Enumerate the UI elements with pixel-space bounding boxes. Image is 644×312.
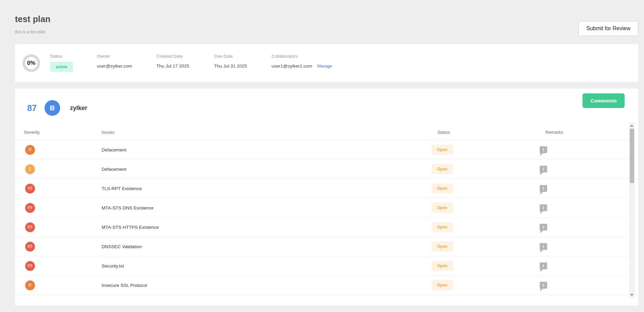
remarks-cell: ! — [540, 204, 618, 211]
remarks-cell: ! — [540, 262, 618, 269]
status-open-badge[interactable]: Open — [432, 280, 453, 290]
progress-value: 0% — [27, 60, 36, 67]
status-open-badge[interactable]: Open — [432, 145, 453, 155]
status-badge: active — [50, 62, 73, 72]
remark-bubble-icon[interactable]: ! — [540, 243, 547, 250]
issues-table-header: Severity Issues Status Remarks — [15, 125, 638, 140]
status-open-badge[interactable]: Open — [432, 241, 453, 252]
issue-count: 87 — [27, 103, 37, 113]
severity-cell: !!! — [15, 203, 102, 213]
remark-bubble-icon[interactable]: ! — [540, 185, 547, 192]
owner-label: Owner — [97, 54, 110, 59]
severity-cell: !! — [15, 145, 102, 155]
issue-cell: Insecure SSL Protocol — [102, 282, 432, 288]
remarks-cell: ! — [540, 146, 618, 153]
status-cell: Open — [432, 222, 540, 232]
manage-collaborators-link[interactable]: Manage — [317, 64, 332, 69]
severity-icon: !!! — [25, 242, 35, 252]
field-collaborators: Collaborators user1@zylker1.com Manage — [272, 54, 332, 82]
status-open-badge[interactable]: Open — [432, 164, 453, 174]
issue-cell: MTA-STS HTTPS Existence — [102, 224, 432, 230]
status-open-badge[interactable]: Open — [432, 261, 453, 271]
issue-cell: TLS-RPT Existence — [102, 185, 432, 191]
page-subtitle: this is a test plan — [15, 30, 51, 34]
issue-name: DNSSEC Validation — [102, 244, 142, 249]
column-header-issues: Issues — [102, 130, 432, 135]
issue-cell: Defacement — [102, 166, 432, 172]
issue-name: Insecure SSL Protocol — [102, 283, 147, 288]
page-header-titles: test plan this is a test plan — [15, 14, 51, 34]
status-open-badge[interactable]: Open — [432, 183, 453, 194]
field-due-date: Due Date Thu Jul 31 2025 — [214, 54, 272, 82]
remarks-cell: ! — [540, 243, 618, 250]
created-date-value: Thu Jul 17 2025 — [156, 63, 189, 69]
table-row[interactable]: !!! TLS-RPT Existence Open ! — [15, 179, 638, 198]
status-open-badge[interactable]: Open — [432, 203, 453, 213]
issue-cell: Defacement — [102, 147, 432, 153]
status-cell: Open — [432, 280, 540, 290]
field-owner: Owner user@zylker.com — [97, 54, 156, 82]
issue-cell: DNSSEC Validation — [102, 243, 432, 250]
issue-cell: MTA-STS DNS Existence — [102, 205, 432, 211]
issue-name: Defacement — [102, 147, 126, 152]
remark-bubble-icon[interactable]: ! — [540, 204, 547, 211]
severity-icon: !!! — [25, 184, 35, 194]
table-row[interactable]: ! Defacement Open ! — [15, 160, 638, 179]
column-header-severity: Severity — [15, 130, 102, 135]
page-title: test plan — [15, 14, 51, 24]
collaborators-label: Collaborators — [272, 54, 298, 59]
progress-ring: 0% — [22, 54, 40, 72]
page-header: test plan this is a test plan Submit for… — [0, 0, 644, 44]
status-label: Status — [50, 54, 63, 59]
severity-cell: !! — [15, 280, 102, 290]
scroll-down-icon[interactable] — [630, 294, 633, 296]
issues-panel-head: 87 B zylker Comments — [15, 89, 638, 116]
scrollbar-thumb[interactable] — [630, 129, 634, 183]
target-avatar: B — [45, 100, 60, 116]
remark-bubble-icon[interactable]: ! — [540, 146, 547, 153]
issue-name: Security.txt — [102, 263, 124, 269]
created-date-label: Created Date — [156, 54, 182, 59]
submit-for-review-button[interactable]: Submit for Review — [578, 21, 638, 36]
table-row[interactable]: !! Insecure SSL Protocol Open ! — [15, 276, 638, 295]
issue-name: MTA-STS HTTPS Existence — [102, 225, 159, 230]
remarks-cell: ! — [540, 282, 618, 289]
severity-icon: !!! — [25, 222, 35, 232]
table-row[interactable]: !!! Security.txt Open ! — [15, 256, 638, 276]
column-header-status: Status — [432, 130, 540, 135]
table-row[interactable]: !!! DNSSEC Validation Open ! — [15, 237, 638, 256]
severity-cell: !!! — [15, 261, 102, 271]
status-cell: Open — [432, 241, 540, 252]
issue-name: TLS-RPT Existence — [102, 186, 142, 191]
remarks-cell: ! — [540, 166, 618, 172]
issue-cell: Security.txt — [102, 263, 432, 269]
plan-summary-card: 0% Status active Owner user@zylker.com C… — [15, 44, 638, 82]
status-cell: Open — [432, 145, 540, 155]
target-summary: 87 B zylker — [27, 100, 87, 116]
status-open-badge[interactable]: Open — [432, 222, 453, 232]
table-row[interactable]: !! Defacement Open ! — [15, 140, 638, 160]
remark-bubble-icon[interactable]: ! — [540, 166, 547, 172]
field-status: Status active — [50, 54, 97, 82]
comments-button[interactable]: Comments — [582, 93, 625, 108]
severity-cell: ! — [15, 164, 102, 174]
severity-icon: !! — [25, 145, 35, 155]
due-date-value: Thu Jul 31 2025 — [214, 63, 247, 69]
status-cell: Open — [432, 183, 540, 194]
remark-bubble-icon[interactable]: ! — [540, 224, 547, 231]
remark-bubble-icon[interactable]: ! — [540, 282, 547, 289]
remark-bubble-icon[interactable]: ! — [540, 262, 547, 269]
scroll-up-icon[interactable] — [630, 125, 633, 127]
table-scrollbar[interactable] — [629, 123, 635, 298]
status-cell: Open — [432, 164, 540, 174]
table-row[interactable]: !!! MTA-STS HTTPS Existence Open ! — [15, 218, 638, 237]
column-header-remarks: Remarks — [540, 130, 618, 135]
severity-cell: !!! — [15, 242, 102, 252]
issue-name: MTA-STS DNS Existence — [102, 205, 154, 210]
collaborators-value: user1@zylker1.com — [272, 63, 312, 69]
remarks-cell: ! — [540, 224, 618, 231]
summary-fields: Status active Owner user@zylker.com Crea… — [50, 44, 638, 82]
issue-name: Defacement — [102, 167, 126, 172]
status-cell: Open — [432, 261, 540, 271]
table-row[interactable]: !!! MTA-STS DNS Existence Open ! — [15, 198, 638, 218]
